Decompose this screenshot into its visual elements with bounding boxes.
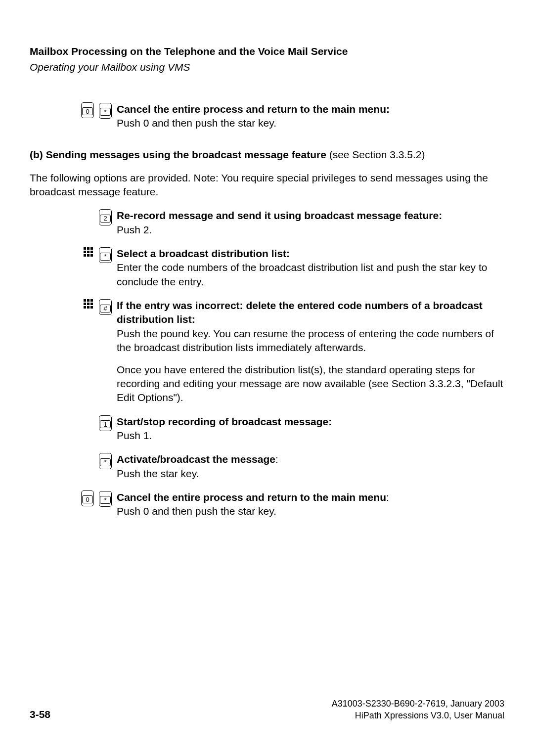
key-1-icon: 1 <box>99 415 112 431</box>
svg-rect-14 <box>90 303 93 305</box>
key-column: 1 <box>99 415 117 431</box>
pre-icons: 0 <box>30 490 99 506</box>
instruction-bold: Activate/broadcast the message <box>117 453 275 465</box>
instruction-body: Push the star key. <box>117 468 199 479</box>
instruction-text: If the entry was incorrect: delete the e… <box>117 299 504 404</box>
svg-rect-12 <box>84 303 86 305</box>
instruction-bold: Select a broadcast distribution list: <box>117 248 290 259</box>
instruction-bold: Cancel the entire process and return to … <box>117 103 390 115</box>
instruction-text: Cancel the entire process and return to … <box>117 102 504 131</box>
instruction-extra: Once you have entered the distribution l… <box>117 363 504 405</box>
key-column: * <box>99 490 117 507</box>
instruction-text: Activate/broadcast the message: Push the… <box>117 452 504 481</box>
svg-rect-3 <box>84 251 86 253</box>
section-b-heading: (b) Sending messages using the broadcast… <box>30 148 504 162</box>
instruction-row: 0 * Cancel the entire process and return… <box>30 102 504 131</box>
key-star-icon: * <box>99 247 112 263</box>
key-2-icon: 2 <box>99 209 112 225</box>
doc-title: HiPath Xpressions V3.0, User Manual <box>332 710 504 721</box>
instruction-text: Start/stop recording of broadcast messag… <box>117 415 504 443</box>
section-b-intro: The following options are provided. Note… <box>30 171 504 199</box>
instruction-row: * Activate/broadcast the message: Push t… <box>30 452 504 481</box>
pre-icons <box>30 247 99 258</box>
key-star-icon: * <box>99 103 112 119</box>
key-hash-icon: # <box>99 299 112 315</box>
key-column: 2 <box>99 209 117 225</box>
page-header-title: Mailbox Processing on the Telephone and … <box>30 44 504 58</box>
instruction-body: Push 0 and then push the star key. <box>117 117 276 129</box>
svg-rect-0 <box>84 247 86 250</box>
instruction-suffix: : <box>386 491 389 503</box>
instruction-bold: Start/stop recording of broadcast messag… <box>117 416 332 427</box>
key-column: * <box>99 452 117 469</box>
instruction-bold: If the entry was incorrect: delete the e… <box>117 300 483 325</box>
instruction-row: 1 Start/stop recording of broadcast mess… <box>30 415 504 443</box>
instruction-body: Push 0 and then push the star key. <box>117 505 276 517</box>
key-0-icon: 0 <box>81 490 94 506</box>
pre-icons <box>30 299 99 310</box>
page-footer: 3-58 A31003-S2330-B690-2-7619, January 2… <box>30 698 504 721</box>
svg-rect-15 <box>84 306 86 309</box>
svg-rect-8 <box>90 254 93 257</box>
section-b-label: (b) Sending messages using the broadcast… <box>30 149 326 160</box>
key-0-icon: 0 <box>81 102 94 118</box>
instruction-body: Enter the code numbers of the broadcast … <box>117 262 487 287</box>
instruction-row: * Select a broadcast distribution list: … <box>30 247 504 289</box>
instruction-text: Re-record message and send it using broa… <box>117 209 504 237</box>
svg-rect-16 <box>87 306 89 309</box>
instruction-row: 0 * Cancel the entire process and return… <box>30 490 504 519</box>
key-star-icon: * <box>99 491 112 507</box>
svg-rect-6 <box>84 254 86 257</box>
svg-rect-10 <box>87 299 89 302</box>
key-column: * <box>99 247 117 263</box>
instruction-suffix: : <box>275 453 278 465</box>
svg-rect-9 <box>84 299 86 302</box>
instruction-text: Cancel the entire process and return to … <box>117 490 504 519</box>
instruction-text: Select a broadcast distribution list: En… <box>117 247 504 289</box>
svg-rect-4 <box>87 251 89 253</box>
instruction-bold: Cancel the entire process and return to … <box>117 491 386 503</box>
instruction-row: 2 Re-record message and send it using br… <box>30 209 504 237</box>
keypad-icon <box>83 247 94 258</box>
svg-rect-17 <box>90 306 93 309</box>
page-header-subtitle: Operating your Mailbox using VMS <box>30 60 504 74</box>
instruction-body: Push 2. <box>117 224 152 235</box>
instruction-bold: Re-record message and send it using broa… <box>117 210 442 221</box>
instruction-row: # If the entry was incorrect: delete the… <box>30 299 504 404</box>
keypad-icon <box>83 299 94 310</box>
section-b-ref: (see Section 3.3.5.2) <box>326 149 425 160</box>
svg-rect-13 <box>87 303 89 305</box>
key-star-icon: * <box>99 453 112 469</box>
pre-icons: 0 <box>30 102 99 118</box>
svg-rect-5 <box>90 251 93 253</box>
svg-rect-2 <box>90 247 93 250</box>
doc-info: A31003-S2330-B690-2-7619, January 2003 H… <box>332 698 504 721</box>
page-number: 3-58 <box>30 708 50 721</box>
key-column: * <box>99 102 117 119</box>
instruction-body: Push 1. <box>117 430 152 441</box>
key-column: # <box>99 299 117 315</box>
instruction-body: Push the pound key. You can resume the p… <box>117 328 494 353</box>
doc-id: A31003-S2330-B690-2-7619, January 2003 <box>332 698 504 710</box>
svg-rect-7 <box>87 254 89 257</box>
svg-rect-1 <box>87 247 89 250</box>
svg-rect-11 <box>90 299 93 302</box>
